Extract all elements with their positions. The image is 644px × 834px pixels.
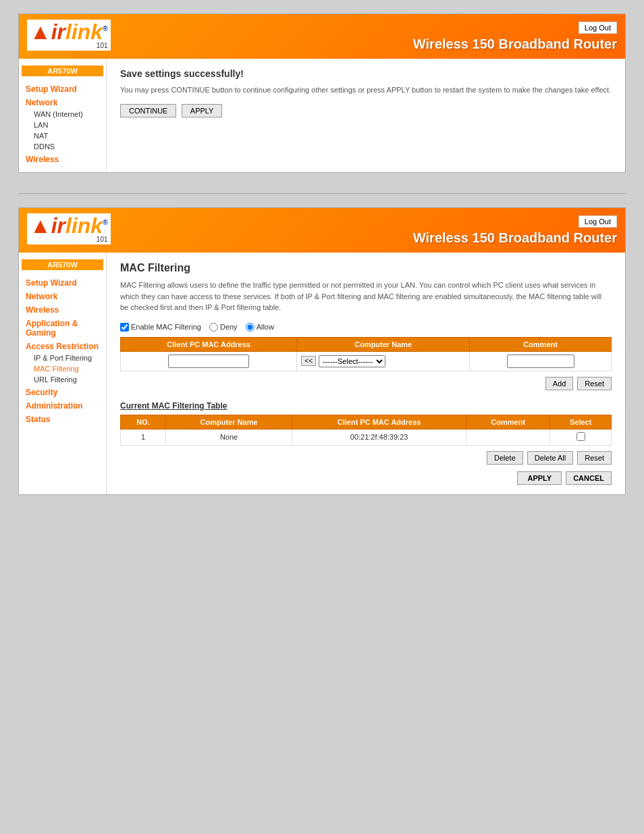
sidebar-mac-filtering[interactable]: MAC Filtering bbox=[19, 363, 106, 374]
deny-radio[interactable] bbox=[209, 323, 218, 332]
filter-comment-input[interactable] bbox=[507, 355, 574, 368]
filter-mac-input-cell bbox=[121, 351, 297, 371]
computer-name-select[interactable]: ------Select------ bbox=[319, 355, 385, 367]
add-reset-row: Add Reset bbox=[120, 377, 612, 390]
logout-button-2[interactable]: Log Out bbox=[579, 215, 617, 228]
current-header-select: Select bbox=[550, 415, 612, 429]
apply-button-1[interactable]: APPLY bbox=[182, 104, 223, 118]
reset2-button[interactable]: Reset bbox=[577, 451, 612, 465]
allow-text: Allow bbox=[257, 323, 274, 331]
filter-name-cell: << ------Select------ bbox=[297, 351, 470, 371]
page-desc: MAC Filtering allows users to define the… bbox=[120, 280, 612, 313]
logo-link-2: link bbox=[65, 213, 103, 238]
select-arrow-button[interactable]: << bbox=[301, 356, 316, 366]
filter-header-mac: Client PC MAC Address bbox=[121, 337, 297, 351]
sidebar-access-restriction[interactable]: Access Restriction bbox=[19, 339, 106, 353]
enable-mac-text: Enable MAC Filtering bbox=[131, 323, 201, 331]
row-mac-address: 00:21:2f:48:39:23 bbox=[292, 429, 466, 445]
body-layout-2: AR570W Setup Wizard Network Wireless App… bbox=[19, 253, 625, 494]
apply-button-2[interactable]: APPLY bbox=[517, 471, 562, 485]
add-button[interactable]: Add bbox=[545, 377, 574, 390]
allow-radio[interactable] bbox=[246, 323, 254, 332]
page-title: MAC Filtering bbox=[120, 262, 612, 274]
current-mac-table: NO. Computer Name Client PC MAC Address … bbox=[120, 415, 612, 446]
header-title-1: Wireless 150 Broadband Router bbox=[413, 36, 617, 52]
current-header-name: Computer Name bbox=[166, 415, 292, 429]
deny-label[interactable]: Deny bbox=[209, 323, 238, 332]
delete-row: Delete Delete All Reset bbox=[120, 451, 612, 465]
filter-header-name: Computer Name bbox=[297, 337, 470, 351]
sidebar-2: AR570W Setup Wizard Network Wireless App… bbox=[19, 253, 107, 494]
logo-area-2: ▲irlink® 101 bbox=[27, 213, 74, 247]
sidebar-1: AR570W Setup Wizard Network WAN (Interne… bbox=[19, 59, 107, 172]
filter-comment-cell bbox=[470, 351, 612, 371]
logo-reg: ® bbox=[103, 25, 107, 32]
logo-area-1: ▲irlink® 101 bbox=[27, 20, 74, 53]
sidebar-administration[interactable]: Administration bbox=[19, 398, 106, 412]
body-layout-1: AR570W Setup Wizard Network WAN (Interne… bbox=[19, 59, 625, 172]
sidebar-network-1[interactable]: Network bbox=[19, 95, 106, 109]
filter-header-comment: Comment bbox=[470, 337, 612, 351]
current-header-no: NO. bbox=[121, 415, 166, 429]
header-title-2: Wireless 150 Broadband Router bbox=[413, 230, 617, 246]
table-row: 1 None 00:21:2f:48:39:23 bbox=[121, 429, 612, 445]
save-title: Save settings successfully! bbox=[120, 68, 612, 79]
header-right-1: Log Out Wireless 150 Broadband Router bbox=[413, 22, 617, 52]
sidebar-wan-1[interactable]: WAN (Internet) bbox=[19, 109, 106, 120]
delete-all-button[interactable]: Delete All bbox=[527, 451, 573, 465]
sidebar-setup-wizard-2[interactable]: Setup Wizard bbox=[19, 276, 106, 289]
logout-button-1[interactable]: Log Out bbox=[579, 22, 617, 34]
logo-link: link bbox=[65, 20, 103, 44]
main-content-2: MAC Filtering MAC Filtering allows users… bbox=[107, 253, 625, 494]
header-right-2: Log Out Wireless 150 Broadband Router bbox=[413, 215, 617, 246]
sidebar-status[interactable]: Status bbox=[19, 412, 106, 425]
row-computer-name: None bbox=[166, 429, 292, 445]
sidebar-app-gaming[interactable]: Application & Gaming bbox=[19, 316, 106, 339]
save-desc: You may press CONTINUE button to continu… bbox=[120, 84, 612, 96]
section-divider bbox=[18, 193, 626, 194]
apply-cancel-row: APPLY CANCEL bbox=[120, 471, 612, 485]
current-header-mac: Client PC MAC Address bbox=[292, 415, 466, 429]
filter-input-table: Client PC MAC Address Computer Name Comm… bbox=[120, 337, 612, 371]
logo-a-2: ▲ bbox=[30, 213, 51, 238]
router-ui-2: ▲irlink® 101 Log Out Wireless 150 Broadb… bbox=[18, 207, 626, 495]
main-content-1: Save settings successfully! You may pres… bbox=[107, 59, 625, 172]
sidebar-wireless-1[interactable]: Wireless bbox=[19, 152, 106, 165]
row-no: 1 bbox=[121, 429, 166, 445]
row-select-checkbox[interactable] bbox=[576, 432, 585, 441]
sidebar-lan-1[interactable]: LAN bbox=[19, 120, 106, 130]
router-ui-1: ▲irlink® 101 Log Out Wireless 150 Broadb… bbox=[18, 14, 626, 173]
allow-label[interactable]: Allow bbox=[246, 323, 274, 332]
reset-button[interactable]: Reset bbox=[577, 377, 612, 390]
row-select-cell bbox=[550, 429, 612, 445]
sidebar-wireless-2[interactable]: Wireless bbox=[19, 303, 106, 316]
sidebar-setup-wizard-1[interactable]: Setup Wizard bbox=[19, 82, 106, 95]
filter-input-row: << ------Select------ bbox=[121, 351, 612, 371]
current-header-comment: Comment bbox=[466, 415, 550, 429]
logo-ir-2: ir bbox=[51, 213, 65, 238]
filter-options: Enable MAC Filtering Deny Allow bbox=[120, 323, 612, 332]
delete-button[interactable]: Delete bbox=[487, 451, 523, 465]
sidebar-model-1: AR570W bbox=[22, 66, 103, 76]
enable-mac-label[interactable]: Enable MAC Filtering bbox=[120, 323, 201, 332]
sidebar-model-2: AR570W bbox=[22, 259, 103, 270]
header-2: ▲irlink® 101 Log Out Wireless 150 Broadb… bbox=[19, 208, 625, 253]
sidebar-nat-1[interactable]: NAT bbox=[19, 130, 106, 141]
sidebar-security[interactable]: Security bbox=[19, 385, 106, 398]
sidebar-network-2[interactable]: Network bbox=[19, 289, 106, 303]
filter-mac-input[interactable] bbox=[168, 355, 249, 368]
enable-mac-checkbox[interactable] bbox=[120, 323, 129, 332]
header-1: ▲irlink® 101 Log Out Wireless 150 Broadb… bbox=[19, 14, 625, 59]
cancel-button[interactable]: CANCEL bbox=[566, 471, 612, 485]
sidebar-ip-port-filtering[interactable]: IP & Port Filtering bbox=[19, 353, 106, 363]
current-table-title: Current MAC Filtering Table bbox=[120, 401, 612, 411]
logo-reg-2: ® bbox=[103, 219, 107, 226]
logo-ir: ir bbox=[51, 20, 65, 44]
action-buttons-1: CONTINUE APPLY bbox=[120, 104, 612, 118]
deny-text: Deny bbox=[220, 323, 238, 331]
sidebar-url-filtering[interactable]: URL Filtering bbox=[19, 374, 106, 385]
sidebar-ddns-1[interactable]: DDNS bbox=[19, 141, 106, 152]
row-comment bbox=[466, 429, 550, 445]
filter-name-select-row: << ------Select------ bbox=[301, 355, 465, 367]
continue-button[interactable]: CONTINUE bbox=[120, 104, 176, 118]
